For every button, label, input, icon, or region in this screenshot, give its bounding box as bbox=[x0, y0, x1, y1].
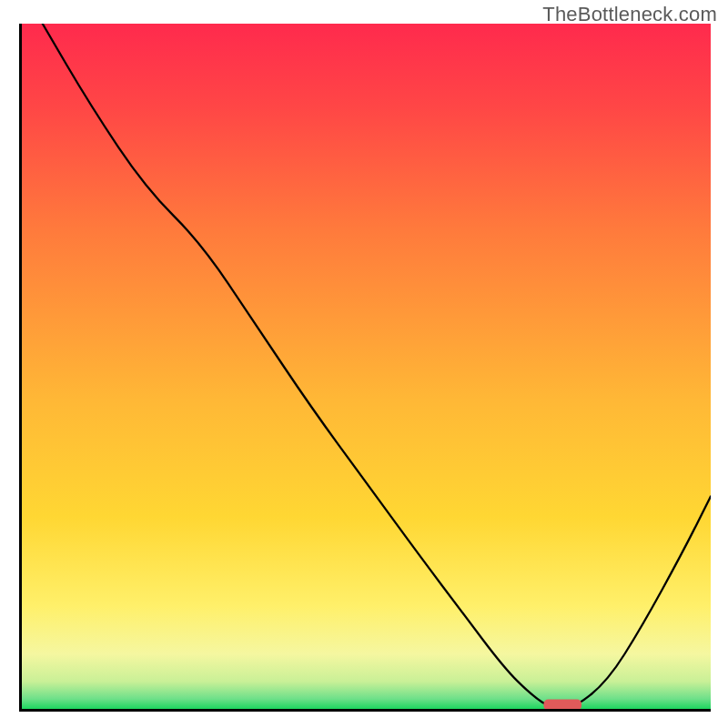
optimal-marker bbox=[543, 699, 581, 709]
gradient-background bbox=[22, 24, 711, 709]
chart-svg bbox=[22, 24, 711, 709]
chart-frame: TheBottleneck.com bbox=[0, 0, 728, 728]
plot-area bbox=[19, 24, 711, 712]
